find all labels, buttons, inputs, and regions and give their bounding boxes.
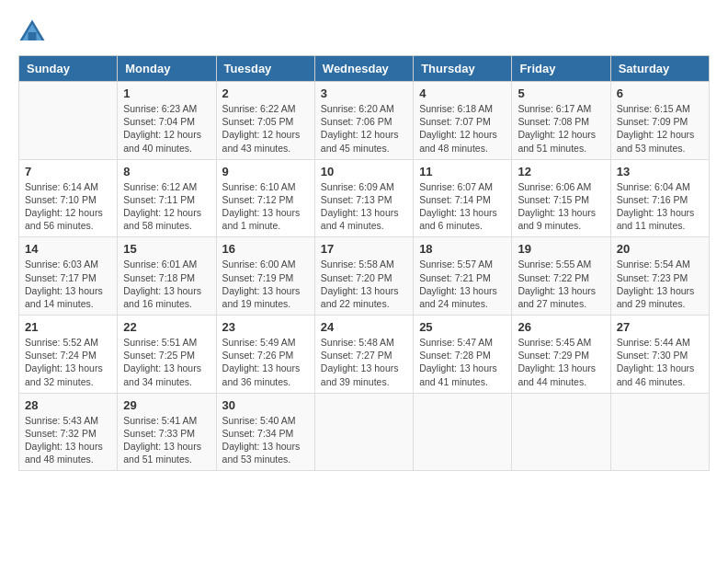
day-number: 22 — [123, 320, 210, 334]
calendar-cell: 17Sunrise: 5:58 AMSunset: 7:20 PMDayligh… — [314, 237, 413, 316]
day-number: 14 — [25, 242, 111, 256]
day-info: Sunrise: 5:51 AMSunset: 7:25 PMDaylight:… — [123, 336, 210, 388]
day-info: Sunrise: 6:23 AMSunset: 7:04 PMDaylight:… — [123, 102, 210, 155]
day-info: Sunrise: 5:41 AMSunset: 7:33 PMDaylight:… — [123, 414, 210, 466]
day-info: Sunrise: 5:47 AMSunset: 7:28 PMDaylight:… — [419, 336, 506, 388]
calendar-header-friday: Friday — [512, 56, 610, 82]
day-info: Sunrise: 6:04 AMSunset: 7:16 PMDaylight:… — [617, 180, 703, 233]
day-number: 1 — [123, 86, 210, 100]
day-info: Sunrise: 6:14 AMSunset: 7:10 PMDaylight:… — [25, 180, 111, 233]
calendar-cell: 6Sunrise: 6:15 AMSunset: 7:09 PMDaylight… — [610, 82, 709, 160]
day-info: Sunrise: 6:09 AMSunset: 7:13 PMDaylight:… — [321, 180, 407, 233]
day-info: Sunrise: 5:54 AMSunset: 7:23 PMDaylight:… — [617, 258, 703, 310]
calendar-header-saturday: Saturday — [610, 56, 709, 82]
calendar-cell: 13Sunrise: 6:04 AMSunset: 7:16 PMDayligh… — [610, 159, 709, 237]
calendar-week-row: 1Sunrise: 6:23 AMSunset: 7:04 PMDaylight… — [19, 82, 710, 160]
calendar-cell: 20Sunrise: 5:54 AMSunset: 7:23 PMDayligh… — [610, 237, 709, 316]
calendar-cell: 9Sunrise: 6:10 AMSunset: 7:12 PMDaylight… — [216, 159, 314, 237]
day-number: 21 — [25, 320, 111, 334]
day-number: 28 — [25, 398, 111, 412]
calendar-header-tuesday: Tuesday — [216, 56, 314, 82]
calendar-cell: 24Sunrise: 5:48 AMSunset: 7:27 PMDayligh… — [314, 316, 413, 394]
calendar-table: SundayMondayTuesdayWednesdayThursdayFrid… — [18, 55, 710, 471]
calendar-week-row: 21Sunrise: 5:52 AMSunset: 7:24 PMDayligh… — [19, 316, 710, 394]
day-info: Sunrise: 5:40 AMSunset: 7:34 PMDaylight:… — [222, 414, 309, 466]
day-number: 23 — [222, 320, 309, 334]
day-info: Sunrise: 6:00 AMSunset: 7:19 PMDaylight:… — [222, 258, 309, 310]
calendar-cell: 22Sunrise: 5:51 AMSunset: 7:25 PMDayligh… — [118, 316, 216, 394]
calendar-cell: 2Sunrise: 6:22 AMSunset: 7:05 PMDaylight… — [216, 82, 314, 160]
day-info: Sunrise: 6:22 AMSunset: 7:05 PMDaylight:… — [222, 102, 309, 155]
calendar-week-row: 28Sunrise: 5:43 AMSunset: 7:32 PMDayligh… — [19, 393, 710, 471]
calendar-cell: 19Sunrise: 5:55 AMSunset: 7:22 PMDayligh… — [512, 237, 610, 316]
day-number: 4 — [419, 86, 506, 100]
calendar-cell: 16Sunrise: 6:00 AMSunset: 7:19 PMDayligh… — [216, 237, 314, 316]
calendar-cell: 26Sunrise: 5:45 AMSunset: 7:29 PMDayligh… — [512, 316, 610, 394]
calendar-cell — [314, 393, 413, 471]
calendar-cell: 15Sunrise: 6:01 AMSunset: 7:18 PMDayligh… — [118, 237, 216, 316]
day-info: Sunrise: 6:20 AMSunset: 7:06 PMDaylight:… — [321, 102, 407, 155]
page-header — [18, 18, 710, 46]
calendar-header-thursday: Thursday — [414, 56, 512, 82]
day-number: 16 — [222, 242, 309, 256]
day-number: 12 — [518, 165, 604, 178]
calendar-cell: 8Sunrise: 6:12 AMSunset: 7:11 PMDaylight… — [118, 159, 216, 237]
day-number: 2 — [222, 86, 309, 100]
day-info: Sunrise: 6:01 AMSunset: 7:18 PMDaylight:… — [123, 258, 210, 310]
calendar-cell: 14Sunrise: 6:03 AMSunset: 7:17 PMDayligh… — [19, 237, 118, 316]
day-info: Sunrise: 5:45 AMSunset: 7:29 PMDaylight:… — [518, 336, 604, 388]
day-number: 8 — [123, 165, 210, 178]
day-info: Sunrise: 5:43 AMSunset: 7:32 PMDaylight:… — [25, 414, 111, 466]
calendar-cell: 27Sunrise: 5:44 AMSunset: 7:30 PMDayligh… — [610, 316, 709, 394]
day-number: 26 — [518, 320, 604, 334]
day-number: 9 — [222, 165, 309, 178]
calendar-header-row: SundayMondayTuesdayWednesdayThursdayFrid… — [19, 56, 710, 82]
day-info: Sunrise: 6:18 AMSunset: 7:07 PMDaylight:… — [419, 102, 506, 155]
day-info: Sunrise: 6:15 AMSunset: 7:09 PMDaylight:… — [617, 102, 703, 155]
logo-icon — [18, 18, 46, 46]
day-number: 24 — [321, 320, 407, 334]
calendar-week-row: 14Sunrise: 6:03 AMSunset: 7:17 PMDayligh… — [19, 237, 710, 316]
day-number: 20 — [617, 242, 703, 256]
calendar-cell: 30Sunrise: 5:40 AMSunset: 7:34 PMDayligh… — [216, 393, 314, 471]
calendar-cell — [19, 82, 118, 160]
calendar-cell: 23Sunrise: 5:49 AMSunset: 7:26 PMDayligh… — [216, 316, 314, 394]
calendar-cell: 25Sunrise: 5:47 AMSunset: 7:28 PMDayligh… — [414, 316, 512, 394]
day-info: Sunrise: 6:12 AMSunset: 7:11 PMDaylight:… — [123, 180, 210, 233]
calendar-cell: 28Sunrise: 5:43 AMSunset: 7:32 PMDayligh… — [19, 393, 118, 471]
day-info: Sunrise: 6:17 AMSunset: 7:08 PMDaylight:… — [518, 102, 604, 155]
day-info: Sunrise: 6:06 AMSunset: 7:15 PMDaylight:… — [518, 180, 604, 233]
day-number: 27 — [617, 320, 703, 334]
calendar-cell: 21Sunrise: 5:52 AMSunset: 7:24 PMDayligh… — [19, 316, 118, 394]
calendar-cell: 4Sunrise: 6:18 AMSunset: 7:07 PMDaylight… — [414, 82, 512, 160]
calendar-cell: 11Sunrise: 6:07 AMSunset: 7:14 PMDayligh… — [414, 159, 512, 237]
day-info: Sunrise: 5:55 AMSunset: 7:22 PMDaylight:… — [518, 258, 604, 310]
calendar-header-monday: Monday — [118, 56, 216, 82]
calendar-cell — [414, 393, 512, 471]
calendar-header-wednesday: Wednesday — [314, 56, 413, 82]
day-number: 13 — [617, 165, 703, 178]
day-number: 30 — [222, 398, 309, 412]
calendar-cell: 18Sunrise: 5:57 AMSunset: 7:21 PMDayligh… — [414, 237, 512, 316]
calendar-cell: 5Sunrise: 6:17 AMSunset: 7:08 PMDaylight… — [512, 82, 610, 160]
day-number: 18 — [419, 242, 506, 256]
day-number: 3 — [321, 86, 407, 100]
day-info: Sunrise: 5:44 AMSunset: 7:30 PMDaylight:… — [617, 336, 703, 388]
day-number: 7 — [25, 165, 111, 178]
day-info: Sunrise: 5:58 AMSunset: 7:20 PMDaylight:… — [321, 258, 407, 310]
day-number: 5 — [518, 86, 604, 100]
day-info: Sunrise: 6:03 AMSunset: 7:17 PMDaylight:… — [25, 258, 111, 310]
day-info: Sunrise: 5:57 AMSunset: 7:21 PMDaylight:… — [419, 258, 506, 310]
calendar-header-sunday: Sunday — [19, 56, 118, 82]
day-info: Sunrise: 5:48 AMSunset: 7:27 PMDaylight:… — [321, 336, 407, 388]
day-info: Sunrise: 6:10 AMSunset: 7:12 PMDaylight:… — [222, 180, 309, 233]
calendar-cell: 29Sunrise: 5:41 AMSunset: 7:33 PMDayligh… — [118, 393, 216, 471]
day-info: Sunrise: 6:07 AMSunset: 7:14 PMDaylight:… — [419, 180, 506, 233]
calendar-cell: 3Sunrise: 6:20 AMSunset: 7:06 PMDaylight… — [314, 82, 413, 160]
day-number: 29 — [123, 398, 210, 412]
calendar-cell: 1Sunrise: 6:23 AMSunset: 7:04 PMDaylight… — [118, 82, 216, 160]
day-number: 6 — [617, 86, 703, 100]
calendar-cell: 7Sunrise: 6:14 AMSunset: 7:10 PMDaylight… — [19, 159, 118, 237]
svg-rect-2 — [28, 32, 37, 40]
day-number: 25 — [419, 320, 506, 334]
